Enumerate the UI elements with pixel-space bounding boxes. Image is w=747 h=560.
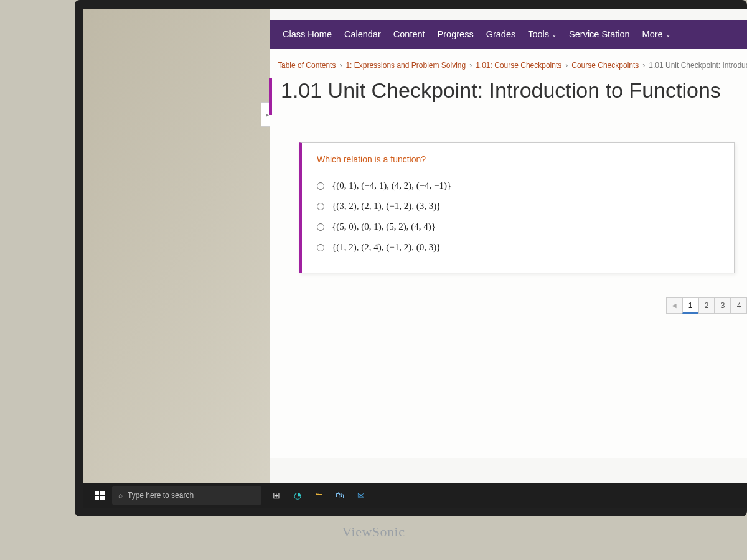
quiz-option[interactable]: {(1, 2), (2, 4), (−1, 2), (0, 3)} — [317, 237, 719, 258]
nav-label: Grades — [486, 29, 516, 39]
search-placeholder: Type here to search — [128, 491, 194, 500]
breadcrumb-item[interactable]: Table of Contents — [278, 61, 336, 70]
chevron-down-icon: ⌄ — [552, 31, 557, 38]
nav-label: More — [642, 29, 663, 39]
breadcrumb-item[interactable]: Course Checkpoints — [571, 61, 639, 70]
pager-page[interactable]: 3 — [715, 297, 731, 314]
nav-calendar[interactable]: Calendar — [338, 29, 387, 39]
nav-label: Tools — [528, 29, 549, 39]
radio-icon[interactable] — [317, 244, 324, 251]
screen: Class Home Calendar Content Progress Gra… — [83, 9, 747, 508]
mail-icon[interactable]: ✉ — [352, 487, 370, 504]
radio-icon[interactable] — [317, 203, 324, 210]
breadcrumb-item[interactable]: 1.01: Course Checkpoints — [476, 61, 561, 70]
start-button[interactable] — [87, 483, 112, 508]
nav-progress[interactable]: Progress — [431, 29, 480, 39]
task-view-icon[interactable]: ⊞ — [268, 487, 285, 504]
nav-tools[interactable]: Tools⌄ — [522, 29, 563, 39]
nav-label: Class Home — [283, 29, 332, 39]
quiz-option-text: {(5, 0), (0, 1), (5, 2), (4, 4)} — [332, 222, 436, 232]
windows-taskbar: ⌕ Type here to search ⊞ ◔ 🗀 🛍 ✉ — [83, 483, 747, 508]
monitor-brand: ViewSonic — [342, 524, 405, 540]
quiz-panel: Which relation is a function? {(0, 1), (… — [299, 142, 735, 273]
radio-icon[interactable] — [317, 223, 324, 231]
breadcrumb-sep: › — [642, 61, 645, 70]
file-explorer-icon[interactable]: 🗀 — [310, 487, 327, 504]
nav-service-station[interactable]: Service Station — [563, 29, 636, 39]
windows-icon — [95, 491, 105, 500]
nav-grades[interactable]: Grades — [480, 29, 522, 39]
breadcrumb-sep: › — [469, 61, 472, 70]
breadcrumb-item-current: 1.01 Unit Checkpoint: Introduct — [649, 61, 747, 70]
quiz-option[interactable]: {(3, 2), (2, 1), (−1, 2), (3, 3)} — [317, 196, 719, 217]
breadcrumb-sep: › — [339, 61, 342, 70]
nav-label: Progress — [438, 29, 474, 39]
chevron-down-icon: ⌄ — [665, 31, 670, 38]
nav-label: Content — [393, 29, 425, 39]
pager-page[interactable]: 2 — [698, 297, 715, 314]
search-icon: ⌕ — [118, 491, 123, 500]
quiz-option[interactable]: {(5, 0), (0, 1), (5, 2), (4, 4)} — [317, 217, 719, 237]
nav-label: Service Station — [569, 29, 630, 39]
nav-class-home[interactable]: Class Home — [276, 29, 338, 39]
pager-page[interactable]: 1 — [682, 297, 698, 314]
breadcrumb-sep: › — [565, 61, 568, 70]
nav-label: Calendar — [344, 29, 381, 39]
breadcrumb: Table of Contents › 1: Expressions and P… — [270, 61, 747, 78]
taskbar-icons: ⊞ ◔ 🗀 🛍 ✉ — [268, 487, 370, 504]
quiz-option[interactable]: {(0, 1), (−4, 1), (4, 2), (−4, −1)} — [317, 175, 719, 196]
monitor-bezel: Class Home Calendar Content Progress Gra… — [75, 0, 747, 516]
breadcrumb-item[interactable]: 1: Expressions and Problem Solving — [345, 61, 466, 70]
taskbar-search[interactable]: ⌕ Type here to search — [112, 486, 261, 505]
pager-page[interactable]: 4 — [731, 297, 747, 314]
quiz-option-text: {(3, 2), (2, 1), (−1, 2), (3, 3)} — [332, 201, 441, 212]
question-pager: ◄ 1 2 3 4 — [666, 297, 747, 314]
store-icon[interactable]: 🛍 — [331, 487, 349, 504]
lms-nav-bar: Class Home Calendar Content Progress Gra… — [270, 20, 747, 49]
nav-content[interactable]: Content — [387, 29, 431, 39]
quiz-option-text: {(1, 2), (2, 4), (−1, 2), (0, 3)} — [332, 242, 441, 253]
edge-icon[interactable]: ◔ — [289, 487, 306, 504]
radio-icon[interactable] — [317, 182, 324, 190]
nav-more[interactable]: More⌄ — [636, 29, 677, 39]
wall-background — [83, 9, 270, 508]
pager-prev[interactable]: ◄ — [666, 297, 682, 314]
page-title: 1.01 Unit Checkpoint: Introduction to Fu… — [269, 78, 747, 115]
quiz-option-text: {(0, 1), (−4, 1), (4, 2), (−4, −1)} — [332, 180, 451, 191]
quiz-question: Which relation is a function? — [317, 154, 719, 164]
content-area: Table of Contents › 1: Expressions and P… — [270, 49, 747, 458]
